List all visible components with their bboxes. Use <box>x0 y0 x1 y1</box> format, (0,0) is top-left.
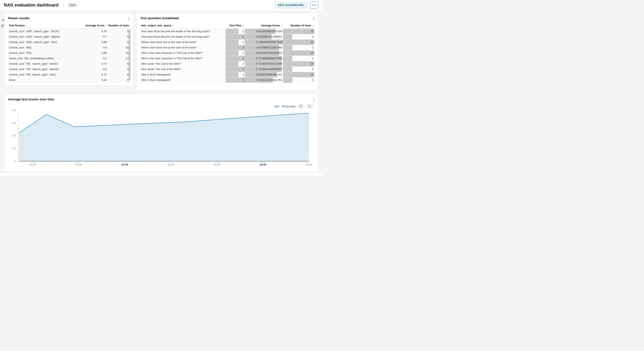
column-header-average-score[interactable]: Average Score <box>77 22 108 29</box>
table-row: {'chunk_size': 750, 'search_type': 'bm25… <box>8 61 130 67</box>
ellipsis-icon <box>312 5 313 6</box>
num-tests-cell: 3 <box>283 77 314 83</box>
sort-icon <box>172 25 174 27</box>
table-row: Where does Buck live at the start of the… <box>140 40 314 45</box>
test-files-cell: 2 <box>226 61 245 67</box>
num-tests-cell: 5 <box>108 67 130 72</box>
scores-line-chart[interactable] <box>17 111 310 163</box>
test-files-cell: 2 <box>226 29 245 34</box>
param-cell: {'chunk_size': 750, 'search_type': 'hybr… <box>8 67 77 72</box>
favorite-star-icon[interactable]: ☆ <box>62 3 65 7</box>
avg-score-cell: 0.7174576733727008 <box>245 61 283 67</box>
panel-title: Average test scores over time <box>4 94 318 101</box>
query-cell: Who wrote 'The Call of the Wild'? <box>140 67 226 72</box>
avg-score-cell: 0.72 <box>77 72 108 77</box>
query-cell: Who is the main character in 'The Call o… <box>140 56 226 61</box>
panel-title: Test question breakdown <box>137 13 318 20</box>
table-row: How does Buck become the leader of the s… <box>140 29 314 34</box>
param-cell: {'chunk_size': 700} <box>8 50 77 56</box>
sort-icon <box>106 25 107 27</box>
query-cell: Why is Buck kidnapped? <box>140 77 226 83</box>
avg-score-cell: 0.44 <box>77 77 108 83</box>
param-results-tbody: {'chunk_size': 1000, 'search_type': 'bm2… <box>8 29 130 83</box>
more-options-button[interactable] <box>310 1 318 9</box>
top-bar: RAG evaluation dashboard ☆ Draft EDIT DA… <box>0 0 322 10</box>
query-cell: Why is Buck kidnapped? <box>140 72 226 77</box>
table-row: Who is the main character in 'The Call o… <box>140 56 314 61</box>
table-scrollbar <box>129 29 130 83</box>
x-axis-label: 23:20 <box>302 163 316 166</box>
edit-dashboard-button[interactable]: EDIT DASHBOARD <box>274 1 307 9</box>
sort-icon <box>26 25 27 27</box>
table-row: {'chunk_size': 1000, 'search_type': 'bm2… <box>8 29 130 34</box>
num-tests-cell: 10 <box>283 61 314 67</box>
avg-score-cell: 0.68 <box>77 40 108 45</box>
param-cell: None <box>8 77 77 83</box>
avg-score-cell: 0.66 <box>77 50 108 56</box>
num-tests-cell: 5 <box>108 61 130 67</box>
column-header-test-files[interactable]: Test Files <box>226 22 245 29</box>
sort-icon <box>242 25 244 27</box>
table-row: Who is the main character in 'The Call o… <box>140 50 314 56</box>
avg-score-cell: 0.8 <box>77 67 108 72</box>
legend-item-avg-score[interactable]: AVG(score) <box>274 105 295 108</box>
test-files-cell: 3 <box>226 67 245 72</box>
test-files-cell: 2 <box>226 72 245 77</box>
query-cell: How does Buck become the leader of the s… <box>140 29 226 34</box>
param-cell: {'chunk_size': 750, 'search_type': 'bm25… <box>8 61 77 67</box>
table-row: {'chunk_size': 1000, 'search_type': 'hyb… <box>8 34 130 40</box>
num-tests-cell: 5 <box>108 40 130 45</box>
y-axis-label: 0.8 <box>6 109 16 112</box>
avg-score-cell: 0.76 <box>77 29 108 34</box>
avg-score-cell: 0.6016938820675326 <box>245 29 283 34</box>
avg-score-cell: 0.6258336480862151 <box>245 72 283 77</box>
column-header-number-of-tests[interactable]: Number of tests <box>283 22 314 29</box>
query-cell: Who wrote 'The Call of the Wild'? <box>140 61 226 67</box>
num-tests-cell: 3 <box>283 45 314 50</box>
table-row: {'chunk_size': 1000, 'search_type': 'tex… <box>8 40 130 45</box>
table-row: None0.445 <box>8 77 130 83</box>
x-axis-label: 22:40 <box>210 163 224 166</box>
y-axis-label: 0.2 <box>6 147 16 150</box>
table-scrollbar-thumb[interactable] <box>129 30 130 80</box>
x-axis-label: 21:40 <box>72 163 86 166</box>
panel-menu-icon[interactable] <box>128 16 130 21</box>
table-row: Why is Buck kidnapped?20.625833648086215… <box>140 72 314 77</box>
legend-inverse-button[interactable]: Inv <box>306 104 313 108</box>
column-header-number-of-tests[interactable]: Number of tests <box>108 22 130 29</box>
legend-all-button[interactable]: All <box>297 104 304 108</box>
sort-icon <box>312 25 314 27</box>
column-header-query[interactable]: test_output_test_query <box>140 22 226 29</box>
query-cell: Where does Buck live at the start of the… <box>140 45 226 50</box>
column-header-test-params[interactable]: Test Params <box>8 22 77 29</box>
test-files-cell: 3 <box>226 34 245 40</box>
query-cell: Where does Buck live at the start of the… <box>140 40 226 45</box>
panel-menu-icon[interactable] <box>313 97 315 102</box>
x-axis-label: 23:00 <box>256 163 270 166</box>
param-cell: {'chunk_size': 1000, 'search_type': 'bm2… <box>8 29 77 34</box>
panel-menu-icon[interactable] <box>313 16 315 21</box>
column-header-average-score[interactable]: Average Score <box>245 22 283 29</box>
num-tests-cell: 10 <box>283 40 314 45</box>
num-tests-cell: 5 <box>108 72 130 77</box>
table-header-row: Test Params Average Score Number of test… <box>8 22 130 29</box>
table-row: Where does Buck live at the start of the… <box>140 45 314 50</box>
num-tests-cell: 3 <box>283 56 314 61</box>
chart-legend: AVG(score) All Inv <box>274 104 313 108</box>
page-title: RAG evaluation dashboard <box>4 2 58 7</box>
bottom-strip <box>0 173 322 175</box>
y-axis-label: 0.6 <box>6 122 16 125</box>
panel-title: Param results <box>4 13 133 20</box>
param-cell: {'chunk_size': 1000, 'search_type': 'tex… <box>8 40 77 45</box>
avg-score-cell: 0.6705898212061988 <box>245 45 283 50</box>
num-tests-cell: 15 <box>108 45 130 50</box>
query-cell: How does Buck become the leader of the s… <box>140 34 226 40</box>
legend-label: AVG(score) <box>282 105 295 108</box>
table-row: {'chunk_size': 750, 'search_type': 'text… <box>8 72 130 77</box>
area-fill <box>19 113 309 161</box>
table-row: Who wrote 'The Call of the Wild'?20.7174… <box>140 61 314 67</box>
y-axis-label: 0.4 <box>6 134 16 137</box>
avg-score-cell: 0.7253044446309407 <box>245 67 283 72</box>
param-cell: chunk_size: 750, embeddings:cohere <box>8 56 77 61</box>
test-files-cell: 2 <box>226 40 245 45</box>
